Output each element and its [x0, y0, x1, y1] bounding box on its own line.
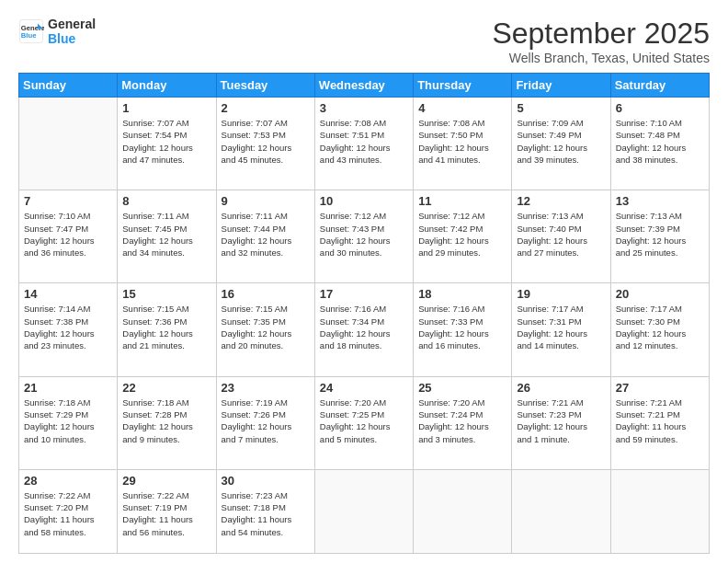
day-cell: 30Sunrise: 7:23 AMSunset: 7:18 PMDayligh…	[216, 469, 314, 553]
logo: General Blue General Blue	[18, 17, 96, 46]
location: Wells Branch, Texas, United States	[492, 51, 710, 65]
day-cell	[314, 469, 413, 553]
day-info: Sunrise: 7:11 AMSunset: 7:45 PMDaylight:…	[122, 210, 210, 259]
day-number: 19	[517, 287, 605, 301]
day-info: Sunrise: 7:12 AMSunset: 7:42 PMDaylight:…	[418, 210, 506, 259]
day-number: 11	[418, 194, 506, 208]
day-info: Sunrise: 7:11 AMSunset: 7:44 PMDaylight:…	[222, 210, 310, 259]
day-cell: 10Sunrise: 7:12 AMSunset: 7:43 PMDayligh…	[314, 190, 413, 283]
week-row-4: 21Sunrise: 7:18 AMSunset: 7:29 PMDayligh…	[19, 376, 710, 469]
day-info: Sunrise: 7:18 AMSunset: 7:28 PMDaylight:…	[122, 396, 210, 445]
day-number: 22	[122, 381, 210, 395]
day-cell: 17Sunrise: 7:16 AMSunset: 7:34 PMDayligh…	[314, 283, 413, 376]
day-info: Sunrise: 7:15 AMSunset: 7:36 PMDaylight:…	[122, 303, 210, 351]
day-info: Sunrise: 7:09 AMSunset: 7:49 PMDaylight:…	[517, 117, 605, 166]
day-number: 1	[122, 101, 210, 115]
day-info: Sunrise: 7:21 AMSunset: 7:23 PMDaylight:…	[517, 396, 605, 445]
day-number: 10	[320, 194, 408, 208]
day-cell: 19Sunrise: 7:17 AMSunset: 7:31 PMDayligh…	[512, 283, 610, 376]
col-header-saturday: Saturday	[610, 74, 709, 98]
day-info: Sunrise: 7:12 AMSunset: 7:43 PMDaylight:…	[320, 210, 408, 259]
day-number: 15	[122, 287, 210, 301]
day-cell: 4Sunrise: 7:08 AMSunset: 7:50 PMDaylight…	[414, 98, 512, 190]
day-number: 28	[24, 474, 112, 488]
day-number: 12	[517, 194, 605, 208]
day-info: Sunrise: 7:23 AMSunset: 7:18 PMDaylight:…	[222, 489, 310, 538]
day-number: 30	[222, 474, 310, 488]
day-number: 14	[24, 287, 112, 301]
day-cell	[512, 469, 610, 553]
day-cell: 26Sunrise: 7:21 AMSunset: 7:23 PMDayligh…	[512, 376, 610, 469]
day-cell: 28Sunrise: 7:22 AMSunset: 7:20 PMDayligh…	[19, 469, 118, 553]
day-number: 5	[517, 101, 605, 115]
col-header-wednesday: Wednesday	[314, 74, 413, 98]
day-cell: 7Sunrise: 7:10 AMSunset: 7:47 PMDaylight…	[19, 190, 118, 283]
week-row-3: 14Sunrise: 7:14 AMSunset: 7:38 PMDayligh…	[19, 283, 710, 376]
day-info: Sunrise: 7:20 AMSunset: 7:25 PMDaylight:…	[320, 396, 408, 445]
day-number: 16	[222, 287, 310, 301]
day-number: 27	[616, 381, 704, 395]
logo-icon: General Blue	[18, 18, 44, 44]
day-info: Sunrise: 7:08 AMSunset: 7:50 PMDaylight:…	[418, 117, 506, 166]
col-header-sunday: Sunday	[19, 74, 118, 98]
week-row-2: 7Sunrise: 7:10 AMSunset: 7:47 PMDaylight…	[19, 190, 710, 283]
day-info: Sunrise: 7:15 AMSunset: 7:35 PMDaylight:…	[222, 303, 310, 351]
day-cell: 14Sunrise: 7:14 AMSunset: 7:38 PMDayligh…	[19, 283, 118, 376]
day-info: Sunrise: 7:16 AMSunset: 7:34 PMDaylight:…	[320, 303, 408, 351]
day-cell: 11Sunrise: 7:12 AMSunset: 7:42 PMDayligh…	[414, 190, 512, 283]
day-cell	[610, 469, 709, 553]
day-info: Sunrise: 7:10 AMSunset: 7:47 PMDaylight:…	[24, 210, 112, 259]
day-cell: 15Sunrise: 7:15 AMSunset: 7:36 PMDayligh…	[118, 283, 216, 376]
day-cell: 6Sunrise: 7:10 AMSunset: 7:48 PMDaylight…	[610, 98, 709, 190]
day-info: Sunrise: 7:07 AMSunset: 7:54 PMDaylight:…	[122, 117, 210, 166]
logo-blue: Blue	[48, 31, 96, 46]
day-number: 21	[24, 381, 112, 395]
day-number: 20	[616, 287, 704, 301]
day-info: Sunrise: 7:18 AMSunset: 7:29 PMDaylight:…	[24, 396, 112, 445]
day-cell: 27Sunrise: 7:21 AMSunset: 7:21 PMDayligh…	[610, 376, 709, 469]
day-info: Sunrise: 7:20 AMSunset: 7:24 PMDaylight:…	[418, 396, 506, 445]
day-cell: 5Sunrise: 7:09 AMSunset: 7:49 PMDaylight…	[512, 98, 610, 190]
day-number: 24	[320, 381, 408, 395]
page: General Blue General Blue September 2025…	[0, 0, 728, 563]
day-number: 8	[122, 194, 210, 208]
day-info: Sunrise: 7:07 AMSunset: 7:53 PMDaylight:…	[222, 117, 310, 166]
calendar-header-row: SundayMondayTuesdayWednesdayThursdayFrid…	[19, 74, 710, 98]
col-header-thursday: Thursday	[414, 74, 512, 98]
day-cell: 20Sunrise: 7:17 AMSunset: 7:30 PMDayligh…	[610, 283, 709, 376]
day-info: Sunrise: 7:17 AMSunset: 7:30 PMDaylight:…	[616, 303, 704, 351]
day-info: Sunrise: 7:17 AMSunset: 7:31 PMDaylight:…	[517, 303, 605, 351]
day-info: Sunrise: 7:10 AMSunset: 7:48 PMDaylight:…	[616, 117, 704, 166]
day-info: Sunrise: 7:13 AMSunset: 7:39 PMDaylight:…	[616, 210, 704, 259]
day-number: 25	[418, 381, 506, 395]
day-info: Sunrise: 7:21 AMSunset: 7:21 PMDaylight:…	[616, 396, 704, 445]
day-cell	[19, 98, 118, 190]
day-info: Sunrise: 7:22 AMSunset: 7:20 PMDaylight:…	[24, 489, 112, 538]
day-cell: 1Sunrise: 7:07 AMSunset: 7:54 PMDaylight…	[118, 98, 216, 190]
day-number: 17	[320, 287, 408, 301]
week-row-5: 28Sunrise: 7:22 AMSunset: 7:20 PMDayligh…	[19, 469, 710, 553]
month-title: September 2025	[492, 17, 710, 51]
day-number: 13	[616, 194, 704, 208]
day-cell: 3Sunrise: 7:08 AMSunset: 7:51 PMDaylight…	[314, 98, 413, 190]
day-cell: 13Sunrise: 7:13 AMSunset: 7:39 PMDayligh…	[610, 190, 709, 283]
header: General Blue General Blue September 2025…	[18, 17, 710, 65]
day-info: Sunrise: 7:22 AMSunset: 7:19 PMDaylight:…	[122, 489, 210, 538]
svg-text:Blue: Blue	[21, 31, 37, 40]
title-block: September 2025 Wells Branch, Texas, Unit…	[492, 17, 710, 65]
day-number: 18	[418, 287, 506, 301]
col-header-tuesday: Tuesday	[216, 74, 314, 98]
day-number: 2	[222, 101, 310, 115]
day-cell: 23Sunrise: 7:19 AMSunset: 7:26 PMDayligh…	[216, 376, 314, 469]
day-number: 4	[418, 101, 506, 115]
day-info: Sunrise: 7:14 AMSunset: 7:38 PMDaylight:…	[24, 303, 112, 351]
day-cell: 21Sunrise: 7:18 AMSunset: 7:29 PMDayligh…	[19, 376, 118, 469]
day-number: 26	[517, 381, 605, 395]
col-header-monday: Monday	[118, 74, 216, 98]
logo-general: General	[48, 17, 96, 31]
calendar-table: SundayMondayTuesdayWednesdayThursdayFrid…	[18, 73, 710, 554]
day-info: Sunrise: 7:13 AMSunset: 7:40 PMDaylight:…	[517, 210, 605, 259]
day-cell: 16Sunrise: 7:15 AMSunset: 7:35 PMDayligh…	[216, 283, 314, 376]
day-info: Sunrise: 7:19 AMSunset: 7:26 PMDaylight:…	[222, 396, 310, 445]
col-header-friday: Friday	[512, 74, 610, 98]
